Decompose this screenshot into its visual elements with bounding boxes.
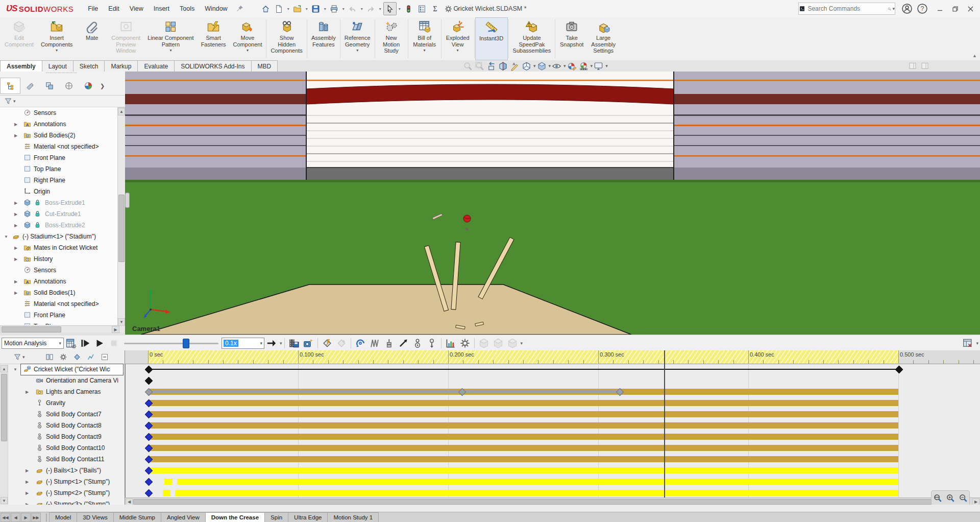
minimize-button[interactable] [932, 3, 947, 15]
calculate-icon[interactable] [65, 338, 77, 349]
bottom-tab-ultra-edge[interactable]: Ultra Edge [288, 512, 328, 522]
timeline-key[interactable] [895, 366, 903, 374]
large-assembly-settings-button[interactable]: LargeAssemblySettings [587, 17, 619, 60]
tab-splitter[interactable] [42, 513, 47, 521]
menu-view[interactable]: View [125, 3, 149, 14]
show-hidden-components-button[interactable]: ShowHiddenComponents [267, 17, 306, 60]
ribbon-dropdown-icon[interactable]: ▾ [247, 48, 249, 53]
motion-tree-item-stump-2-stump[interactable]: ▶(-) Stump<2> ("Stump") [0, 487, 125, 499]
expand-arrow-icon[interactable]: ▶ [14, 246, 17, 250]
save-animation-icon[interactable] [288, 338, 300, 349]
filter-selected-icon[interactable] [73, 353, 81, 361]
tree-item-origin[interactable]: Origin [0, 186, 117, 197]
exploded-view-button[interactable]: ExplodedView▾ [442, 17, 474, 60]
playback-speed-combo[interactable]: 0.1x▾ [222, 338, 264, 349]
timeline-key[interactable] [144, 478, 153, 486]
hide-show-items-icon[interactable] [552, 61, 561, 71]
nav-next-button[interactable]: ▶ [21, 513, 31, 522]
ribbon-dropdown-icon[interactable]: ▾ [424, 48, 426, 53]
timeline-zoom-in-icon[interactable] [946, 493, 955, 503]
configurationmanager-tab[interactable] [40, 78, 59, 93]
tree-item-sensors[interactable]: Sensors [0, 107, 117, 118]
motion-tree-item-bails-1-bails[interactable]: ▶(-) Bails<1> ("Bails") [0, 465, 125, 476]
print-dropdown-icon[interactable]: ▾ [341, 7, 346, 11]
force-icon[interactable] [398, 338, 409, 349]
view-settings-dropdown-icon[interactable]: ▾ [605, 63, 608, 68]
help-icon[interactable]: ? [917, 3, 928, 14]
redo-dropdown-icon[interactable]: ▾ [378, 7, 383, 11]
changebar[interactable] [148, 467, 898, 473]
expand-arrow-icon[interactable]: ▶ [26, 390, 29, 394]
tree-item-boss-extrude1[interactable]: ▶Boss-Extrude1 [0, 197, 117, 208]
nav-last-button[interactable]: ▶▶ [31, 513, 41, 522]
panel-tab-overflow[interactable]: ❯ [100, 83, 105, 89]
assembly-features-button[interactable]: AssemblyFeatures [308, 17, 339, 60]
changebar[interactable] [148, 445, 898, 451]
menu-window[interactable]: Window [200, 3, 232, 14]
panel-grip[interactable] [46, 73, 77, 75]
tree-horizontal-scrollbar[interactable]: ▶ [0, 325, 126, 334]
smart-fasteners-button[interactable]: SmartFasteners [198, 17, 230, 60]
changebar[interactable] [148, 400, 898, 406]
tab-assembly[interactable]: Assembly [0, 60, 42, 72]
tab-evaluate[interactable]: Evaluate [137, 60, 175, 72]
bottom-tab-angled-view[interactable]: Angled View [161, 512, 206, 522]
spring-icon[interactable] [369, 338, 380, 349]
tab-solidworks-add-ins[interactable]: SOLIDWORKS Add-Ins [174, 60, 251, 72]
contact-icon[interactable] [412, 338, 423, 349]
expand-arrow-icon[interactable]: ▶ [14, 212, 17, 217]
tree-item-front-plane[interactable]: Front Plane [0, 310, 117, 321]
expand-arrow-icon[interactable]: ▶ [14, 201, 17, 205]
new-document-button[interactable] [273, 3, 285, 15]
auto-key-icon[interactable] [322, 338, 333, 349]
view-orientation-dropdown-icon[interactable]: ▾ [533, 63, 536, 68]
scrollbar-thumb[interactable] [118, 195, 125, 262]
timeline-ruler[interactable]: 0 sec0.100 sec0.200 sec0.300 sec0.400 se… [125, 350, 980, 364]
tree-item-solid-bodies-2[interactable]: ▶Solid Bodies(2) [0, 130, 117, 141]
featuremanager-tree-tab[interactable] [0, 78, 20, 94]
view-orientation-icon[interactable] [522, 61, 531, 71]
expand-arrow-icon[interactable]: ▶ [14, 279, 17, 284]
menu-insert[interactable]: Insert [149, 3, 175, 14]
save-button[interactable] [310, 3, 322, 15]
ribbon-collapse-icon[interactable]: ▲ [972, 53, 977, 58]
pane-toggle-icon[interactable] [909, 62, 917, 70]
timeline-key[interactable] [144, 366, 153, 374]
filter-icon[interactable] [13, 353, 21, 361]
section-view-icon[interactable] [498, 61, 508, 71]
expand-arrow-icon[interactable]: ▶ [14, 257, 17, 262]
scroll-up-button[interactable]: ▲ [118, 108, 125, 115]
playback-mode-dropdown-icon[interactable]: ▾ [280, 341, 282, 346]
changebar[interactable] [148, 434, 898, 440]
bottom-tab-down-the-crease[interactable]: Down the Crease [205, 512, 265, 522]
bill-of-materials-button[interactable]: Bill ofMaterials▾ [409, 17, 440, 60]
pane-toggle-icon[interactable] [921, 62, 929, 70]
ribbon-dropdown-icon[interactable]: ▾ [457, 48, 459, 53]
home-button[interactable] [260, 3, 272, 15]
expand-arrow-icon[interactable]: ▶ [14, 133, 17, 138]
expand-arrow-icon[interactable]: ▶ [26, 468, 29, 473]
motion-tree-item-stump-1-stump[interactable]: ▶(-) Stump<1> ("Stump") [0, 476, 125, 487]
motion-study-properties-icon[interactable] [459, 338, 471, 349]
display-style-dropdown-icon[interactable]: ▾ [549, 63, 551, 68]
nav-first-button[interactable]: ◀◀ [1, 513, 10, 522]
collapse-all-icon[interactable] [101, 353, 109, 361]
bottom-tab-model[interactable]: Model [49, 512, 77, 522]
component-preview-window-button[interactable]: ComponentPreviewWindow [108, 17, 144, 60]
gravity-icon[interactable] [426, 338, 437, 349]
rebuild-button[interactable] [403, 3, 415, 15]
scroll-right-button[interactable]: ▶ [972, 499, 979, 505]
damper-icon[interactable] [383, 338, 395, 349]
insert-components-button[interactable]: InsertComponents▾ [37, 17, 76, 60]
update-speedpak-subassemblies-button[interactable]: UpdateSpeedPakSubassemblies [509, 17, 555, 60]
changebar[interactable] [148, 456, 898, 462]
filter-results-icon[interactable] [87, 353, 95, 361]
bottom-tab-motion-study-1[interactable]: Motion Study 1 [327, 512, 379, 522]
motionmanager-chevron-icon[interactable]: ▾ [976, 341, 978, 346]
scroll-down-button[interactable]: ▼ [118, 318, 125, 326]
timeline[interactable]: 0 sec0.100 sec0.200 sec0.300 sec0.400 se… [125, 350, 980, 505]
filter-animated-icon[interactable] [45, 353, 54, 361]
expand-arrow-icon[interactable]: ▶ [26, 480, 29, 484]
tree-item-stadium-1-stadium[interactable]: ▼(-) Stadium<1> ("Stadium") [0, 231, 117, 242]
tree-item-front-plane[interactable]: Front Plane [0, 152, 117, 163]
